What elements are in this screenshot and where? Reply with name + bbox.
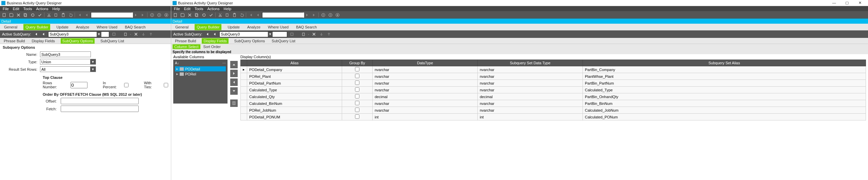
subquery-prev-button[interactable]	[212, 31, 217, 37]
cell-datatype[interactable]: nvarchar	[373, 66, 478, 73]
cell-subq-datatype[interactable]: nvarchar	[478, 107, 583, 114]
copy2-icon[interactable]	[53, 12, 59, 18]
tab-where-used[interactable]: Where Used	[267, 24, 290, 30]
cell-groupby[interactable]	[342, 80, 373, 87]
nav-first-icon[interactable]	[77, 12, 82, 18]
cell-alias[interactable]: PODetail_PartNum	[247, 80, 342, 87]
nav-next-icon[interactable]	[304, 12, 310, 18]
subquery-combo-input[interactable]	[48, 32, 97, 37]
tab-column-select[interactable]: Column Select	[173, 44, 200, 49]
cell-groupby[interactable]	[342, 114, 373, 120]
tab-where-used[interactable]: Where Used	[95, 24, 119, 30]
undo-icon[interactable]	[67, 12, 73, 18]
tree-node[interactable]: ▸PORel	[175, 71, 226, 76]
in-percent-checkbox[interactable]	[124, 83, 129, 87]
tab-subquery-options[interactable]: SubQuery Options	[61, 38, 95, 44]
move-up-button[interactable]	[230, 61, 238, 68]
cell-datatype[interactable]: nvarchar	[373, 80, 478, 87]
display-columns-grid[interactable]: Alias Group By DataType Subquery Set Dat…	[240, 60, 866, 120]
save-icon[interactable]	[180, 12, 185, 18]
copy-icon[interactable]	[194, 12, 200, 18]
groupby-checkbox[interactable]	[355, 87, 359, 92]
close-button[interactable]: ✕	[856, 1, 863, 5]
cell-subq-datatype[interactable]: nvarchar	[478, 66, 583, 73]
subquery-prev-button[interactable]	[41, 31, 46, 37]
groupby-checkbox[interactable]	[355, 114, 359, 119]
cell-subq-datatype[interactable]: nvarchar	[478, 73, 583, 80]
menu-help[interactable]: Help	[52, 7, 61, 11]
subquery-combo[interactable]: ▼	[219, 31, 287, 37]
nav-prev-icon[interactable]	[255, 12, 261, 18]
tree-menu-icon[interactable]: ⋯	[222, 61, 226, 65]
tab-display-fields[interactable]: Display Fields	[202, 38, 228, 44]
chevron-down-icon[interactable]: ▼	[90, 67, 96, 72]
nav-combo-input[interactable]	[262, 13, 307, 18]
paste-icon[interactable]	[232, 12, 237, 18]
cell-subq-alias[interactable]: PartBin_OnhandQty	[583, 93, 866, 100]
menu-file[interactable]: File	[2, 7, 9, 11]
menu-file[interactable]: File	[173, 7, 181, 11]
cut-icon[interactable]	[217, 12, 223, 18]
calculator-button[interactable]	[230, 99, 238, 107]
subquery-clipboard-button[interactable]	[123, 31, 128, 37]
cell-subq-alias[interactable]: Calculated_JobNum	[583, 107, 866, 114]
home-icon[interactable]	[335, 12, 340, 18]
cell-alias[interactable]: Calculated_Qty	[247, 93, 342, 100]
home-icon[interactable]	[163, 12, 169, 18]
tab-display-fields[interactable]: Display Fields	[31, 39, 56, 43]
col-groupby[interactable]: Group By	[342, 60, 373, 66]
subquery-combo[interactable]: ▼	[48, 31, 109, 37]
cell-subq-datatype[interactable]: decimal	[478, 93, 583, 100]
table-row[interactable]: PORel_JobNumnvarcharnvarcharCalculated_J…	[241, 107, 866, 114]
offset-input[interactable]	[61, 98, 139, 104]
menu-actions[interactable]: Actions	[35, 7, 49, 11]
undo-icon[interactable]	[239, 12, 244, 18]
delete-icon[interactable]	[16, 12, 21, 18]
tab-baq-search[interactable]: BAQ Search	[295, 24, 318, 30]
nav-combo-input[interactable]	[91, 13, 135, 18]
menu-actions[interactable]: Actions	[206, 7, 220, 11]
cell-alias[interactable]: PODetail_Company	[247, 66, 342, 73]
result-set-rows-combo[interactable]: ▼	[40, 66, 96, 72]
type-combo-input[interactable]	[40, 59, 90, 64]
tab-general[interactable]: General	[174, 24, 190, 30]
move-down-button[interactable]	[230, 87, 238, 95]
cell-groupby[interactable]	[342, 66, 373, 73]
maximize-button[interactable]: ▢	[844, 1, 850, 5]
delete-icon[interactable]	[187, 12, 193, 18]
tab-query-builder[interactable]: Query Builder	[23, 24, 50, 30]
tab-update[interactable]: Update	[226, 24, 241, 30]
cell-datatype[interactable]: nvarchar	[373, 87, 478, 93]
subquery-up-button[interactable]	[326, 31, 332, 37]
cell-datatype[interactable]: nvarchar	[373, 100, 478, 107]
groupby-checkbox[interactable]	[355, 74, 359, 78]
check-icon[interactable]	[37, 12, 43, 18]
cell-datatype[interactable]: nvarchar	[373, 107, 478, 114]
tab-query-builder[interactable]: Query Builder	[195, 24, 221, 30]
cell-datatype[interactable]: nvarchar	[373, 73, 478, 80]
cell-groupby[interactable]	[342, 93, 373, 100]
type-combo[interactable]: ▼	[40, 59, 96, 65]
nav-combo[interactable]: ▼	[262, 12, 303, 18]
back-icon[interactable]	[149, 12, 155, 18]
cell-subq-datatype[interactable]: int	[478, 114, 583, 120]
table-row[interactable]: PODetail_PartNumnvarcharnvarcharPartBin_…	[241, 80, 866, 87]
subquery-down-button[interactable]	[141, 31, 146, 37]
cell-subq-datatype[interactable]: nvarchar	[478, 100, 583, 107]
with-ties-checkbox[interactable]	[164, 83, 168, 87]
subquery-view-button[interactable]	[111, 31, 117, 37]
tab-sort-order[interactable]: Sort Order	[202, 44, 222, 49]
table-row[interactable]: ▸PODetail_CompanynvarcharnvarcharPartBin…	[241, 66, 866, 73]
move-right-button[interactable]	[230, 70, 238, 77]
minimize-button[interactable]: —	[831, 1, 837, 5]
chevron-down-icon[interactable]: ▼	[97, 32, 101, 37]
cell-subq-datatype[interactable]: nvarchar	[478, 80, 583, 87]
groupby-checkbox[interactable]	[355, 108, 359, 112]
nav-next-icon[interactable]	[133, 12, 139, 18]
subquery-combo-input[interactable]	[220, 32, 268, 37]
menu-tools[interactable]: Tools	[23, 7, 33, 11]
result-set-rows-input[interactable]	[40, 67, 90, 72]
nav-combo[interactable]: ▼	[91, 12, 132, 18]
tab-update[interactable]: Update	[55, 24, 70, 30]
tab-analyze[interactable]: Analyze	[75, 24, 91, 30]
